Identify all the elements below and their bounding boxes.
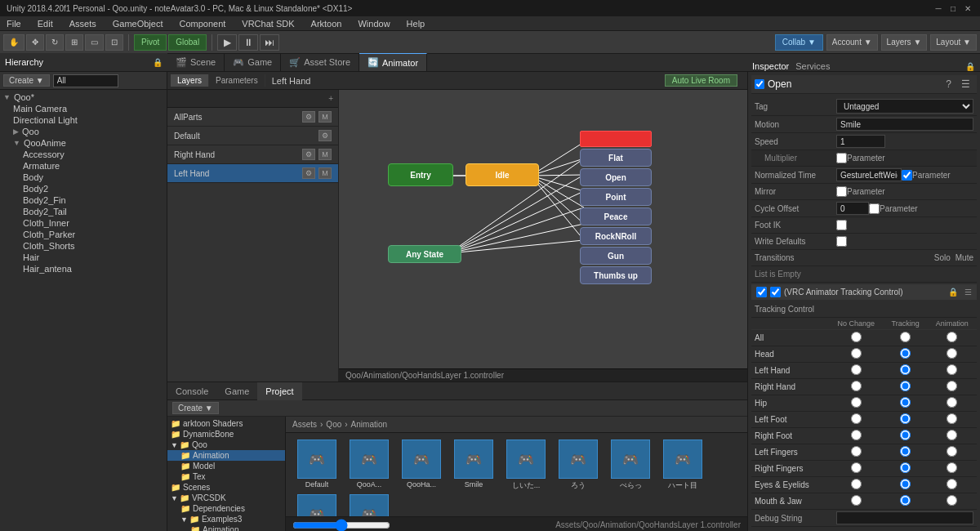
tracking-radio[interactable] (900, 397, 911, 408)
tracking-radio[interactable] (900, 332, 911, 342)
tree-item-body2[interactable]: Body2 (0, 183, 167, 194)
node-rocknroll[interactable]: RockNRoll (580, 227, 652, 245)
no-change-radio[interactable] (851, 413, 862, 424)
hierarchy-lock-icon[interactable]: 🔒 (153, 58, 163, 67)
normalized-param-checkbox[interactable] (902, 170, 912, 181)
rotate-tool[interactable]: ↻ (46, 34, 64, 51)
tab-console[interactable]: Console (167, 382, 216, 400)
tracking-radio[interactable] (900, 364, 911, 375)
global-toggle[interactable]: Global (168, 34, 207, 51)
window-controls[interactable]: ─ □ ✕ (933, 2, 973, 14)
layer-settings-icon[interactable]: ⚙ (302, 111, 315, 123)
tree-item-qoo[interactable]: ▶ Qoo (0, 126, 167, 137)
node-idle[interactable]: Idle (466, 163, 539, 186)
tracking-radio[interactable] (900, 446, 911, 457)
layer-settings-icon[interactable]: ⚙ (302, 167, 315, 179)
multiplier-checkbox[interactable] (836, 153, 847, 163)
proj-animation[interactable]: 📁 Animation (167, 450, 285, 461)
tracking-radio[interactable] (900, 479, 911, 489)
tree-item-qooanime[interactable]: ▼ QooAnime (0, 137, 167, 149)
tracking-radio[interactable] (900, 495, 911, 506)
foot-ik-checkbox[interactable] (836, 220, 847, 230)
layer-weight-icon[interactable]: M (318, 111, 332, 123)
node-gun[interactable]: Gun (580, 247, 652, 265)
tree-item-directional-light[interactable]: Directional Light (0, 114, 167, 126)
menu-vrchat-sdk[interactable]: VRChat SDK (238, 19, 297, 29)
hierarchy-search[interactable] (53, 74, 118, 87)
menu-window[interactable]: Window (354, 19, 393, 29)
animator-tab-parameters[interactable]: Parameters (209, 74, 265, 87)
collab-button[interactable]: Collab ▼ (775, 34, 823, 51)
rect-tool[interactable]: ▭ (85, 34, 104, 51)
layer-settings-icon[interactable]: ⚙ (318, 130, 332, 141)
motion-input[interactable] (836, 118, 973, 131)
mirror-checkbox[interactable] (836, 186, 847, 197)
cycle-offset-input[interactable] (836, 202, 869, 215)
no-change-radio[interactable] (851, 381, 862, 391)
animation-radio[interactable] (947, 364, 957, 375)
services-tab-label[interactable]: Services (795, 61, 830, 71)
proj-qoo[interactable]: ▼ 📁 Qoo (167, 440, 285, 450)
tree-item-qoo-root[interactable]: ▼ Qoo* (0, 91, 167, 103)
no-change-radio[interactable] (851, 397, 862, 408)
node-any-state[interactable]: Any State (388, 245, 461, 263)
tree-item-body[interactable]: Body (0, 172, 167, 183)
tab-game[interactable]: 🎮Game (225, 53, 281, 71)
menu-help[interactable]: Help (403, 19, 429, 29)
tree-item-body2fin[interactable]: Body2_Fin (0, 194, 167, 206)
node-default[interactable] (580, 131, 652, 147)
account-button[interactable]: Account ▼ (826, 34, 878, 51)
menu-arktoon[interactable]: Arktoon (308, 19, 345, 29)
inspector-lock-icon[interactable]: 🔒 (965, 62, 975, 71)
no-change-radio[interactable] (851, 430, 862, 440)
animation-radio[interactable] (947, 430, 957, 440)
step-button[interactable]: ⏭ (260, 34, 279, 51)
layer-left-hand[interactable]: Left Hand ⚙ M (167, 164, 338, 183)
move-tool[interactable]: ✥ (26, 34, 44, 51)
transform-tool[interactable]: ⊡ (105, 34, 123, 51)
animation-radio[interactable] (947, 397, 957, 408)
play-button[interactable]: ▶ (217, 34, 237, 51)
asset-default[interactable]: 🎮 Default (292, 440, 341, 491)
tracking-radio[interactable] (900, 348, 911, 359)
no-change-radio[interactable] (851, 332, 862, 342)
tracking-radio[interactable] (900, 413, 911, 424)
inspector-help-icon[interactable]: ? (942, 78, 955, 90)
breadcrumb-assets[interactable]: Assets (292, 420, 317, 429)
node-canvas[interactable]: Entry Idle Flat Open (339, 90, 747, 382)
vrc-icon-2[interactable]: ☰ (964, 288, 972, 297)
animation-radio[interactable] (947, 413, 957, 424)
node-thumbsup[interactable]: Thumbs up (580, 266, 652, 284)
asset-jp2[interactable]: 🎮 ろう (554, 440, 603, 491)
tab-scene[interactable]: 🎬Scene (167, 53, 225, 71)
proj-dependencies[interactable]: 📁 Dependencies (167, 503, 285, 514)
speed-input[interactable] (836, 135, 885, 148)
asset-qooa[interactable]: 🎮 QooA... (345, 440, 394, 491)
animation-radio[interactable] (947, 348, 957, 359)
tree-item-hair[interactable]: Hair (0, 252, 167, 263)
proj-model[interactable]: 📁 Model (167, 461, 285, 471)
asset-jp1[interactable]: 🎮 しいた... (501, 440, 550, 491)
proj-ex-animation[interactable]: 📁 Animation (167, 524, 285, 531)
asset-jp5[interactable]: 🎮 礼 (292, 494, 341, 516)
animation-radio[interactable] (947, 381, 957, 391)
menu-component[interactable]: Component (176, 19, 229, 29)
breadcrumb-qoo[interactable]: Qoo (326, 420, 341, 429)
proj-examples3[interactable]: ▼ 📁 Examples3 (167, 514, 285, 524)
layer-right-hand[interactable]: Right Hand ⚙ M (167, 145, 338, 164)
animation-radio[interactable] (947, 332, 957, 342)
tree-item-armature[interactable]: Armature (0, 160, 167, 172)
menu-assets[interactable]: Assets (66, 19, 100, 29)
menu-file[interactable]: File (3, 19, 24, 29)
layer-default[interactable]: Default ⚙ (167, 127, 338, 145)
maximize-btn[interactable]: □ (947, 2, 959, 14)
tree-item-body2tail[interactable]: Body2_Tail (0, 206, 167, 217)
menu-edit[interactable]: Edit (34, 19, 56, 29)
vrc-active-checkbox[interactable] (770, 287, 781, 297)
hierarchy-create-btn[interactable]: Create ▼ (3, 74, 50, 87)
tracking-radio[interactable] (900, 381, 911, 391)
tree-item-cloth-parker[interactable]: Cloth_Parker (0, 229, 167, 240)
no-change-radio[interactable] (851, 479, 862, 489)
animation-radio[interactable] (947, 462, 957, 473)
breadcrumb-animation[interactable]: Animation (351, 420, 387, 429)
